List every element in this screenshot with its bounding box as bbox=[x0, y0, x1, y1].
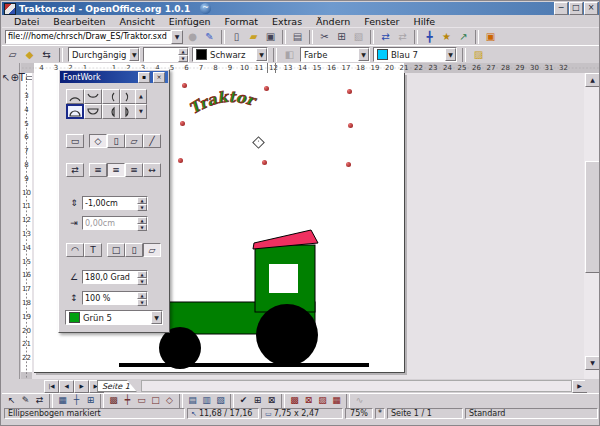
new-document-icon[interactable]: ▯ bbox=[229, 30, 244, 44]
menu-bearbeiten[interactable]: Bearbeiten bbox=[46, 16, 112, 27]
large-handles-icon[interactable]: ⊠ bbox=[265, 395, 278, 407]
shadow-angle-input[interactable] bbox=[83, 271, 137, 283]
next-page-button[interactable]: ▶ bbox=[74, 380, 89, 393]
snap-points-icon[interactable]: ◇ bbox=[163, 395, 176, 407]
close-button[interactable]: × bbox=[584, 2, 598, 15]
no-shadow[interactable]: □ bbox=[107, 243, 125, 257]
fontwork-dialog-titlebar[interactable]: FontWork ▪ × bbox=[60, 71, 168, 83]
maximize-button[interactable]: □ bbox=[569, 2, 583, 15]
snap-grid-icon[interactable]: ▩ bbox=[107, 395, 120, 407]
fill-type-combo[interactable]: Farbe ▼ bbox=[300, 47, 370, 62]
selection-handle[interactable] bbox=[262, 160, 267, 165]
navigator-icon[interactable]: ╋ bbox=[422, 30, 437, 44]
show-snap-lines-icon[interactable]: ┼ bbox=[70, 395, 83, 407]
dock-icon[interactable]: ▪ bbox=[138, 72, 150, 83]
chevron-down-icon[interactable]: ▼ bbox=[151, 311, 162, 324]
tractor-rear-wheel[interactable] bbox=[256, 304, 318, 366]
selection-handle[interactable] bbox=[264, 86, 269, 91]
fontwork-shape-lower-arc[interactable] bbox=[84, 89, 102, 104]
show-grid-icon[interactable]: ▦ bbox=[56, 395, 69, 407]
selection-handle[interactable] bbox=[180, 121, 185, 126]
scroll-up-button[interactable]: ▲ bbox=[585, 73, 600, 87]
line-style-combo[interactable]: Durchgängig ▼ bbox=[68, 47, 140, 62]
close-icon[interactable]: × bbox=[153, 72, 165, 83]
contour-outline[interactable]: ◠ bbox=[66, 243, 84, 257]
zoom-field[interactable]: 75% bbox=[345, 408, 373, 419]
selection-handle[interactable] bbox=[346, 162, 351, 167]
autosize-text[interactable]: ↔ bbox=[143, 163, 161, 177]
horizontal-scroll-thumb[interactable] bbox=[143, 382, 536, 391]
scroll-down-button[interactable]: ▼ bbox=[585, 356, 600, 370]
selection-handle[interactable] bbox=[182, 83, 187, 88]
fontwork-object[interactable]: Traktor bbox=[189, 81, 275, 127]
shadow-size-field[interactable]: ▲▼ bbox=[82, 291, 148, 305]
shadow-color-combo[interactable]: Grün 5 ▼ bbox=[65, 310, 163, 325]
rotate-mode-icon[interactable]: ✎ bbox=[19, 395, 32, 407]
glue-points-icon[interactable]: ⇄ bbox=[33, 395, 46, 407]
align-left[interactable]: ≡ bbox=[89, 163, 107, 177]
double-click-text-icon[interactable]: ▧ bbox=[214, 395, 227, 407]
menu-fenster[interactable]: Fenster bbox=[357, 16, 406, 27]
fontwork-shape-upper-semicircle[interactable] bbox=[66, 104, 84, 119]
fontwork-shape-lower-semicircle[interactable] bbox=[84, 104, 102, 119]
distance-field[interactable]: ▲▼ bbox=[82, 196, 148, 210]
picture-placeholder-icon[interactable]: ▩ bbox=[288, 395, 301, 407]
snap-lines-icon[interactable]: ┿ bbox=[121, 395, 134, 407]
stop-icon[interactable]: ● bbox=[185, 30, 200, 44]
fontwork-slant-horizontal[interactable]: ▱ bbox=[125, 134, 143, 148]
hyperlink-icon[interactable]: ↗ bbox=[456, 30, 471, 44]
shadow-size-input[interactable] bbox=[83, 292, 137, 304]
vertical-scroll-thumb[interactable] bbox=[585, 161, 600, 273]
line-contour-icon[interactable]: ▦ bbox=[330, 395, 343, 407]
menu-hilfe[interactable]: Hilfe bbox=[407, 16, 443, 27]
text-placeholder-icon[interactable]: ▨ bbox=[316, 395, 329, 407]
chevron-down-icon[interactable]: ▼ bbox=[129, 48, 139, 61]
page-style-field[interactable]: Standard bbox=[465, 408, 598, 419]
menu-ansicht[interactable]: Ansicht bbox=[113, 16, 162, 27]
line-width-spinner[interactable]: ▲▼ bbox=[143, 47, 189, 62]
shape-scroll-down[interactable]: ▼ bbox=[135, 104, 147, 119]
undo-icon[interactable]: ⇄ bbox=[378, 30, 393, 44]
tractor-front-wheel[interactable] bbox=[159, 327, 201, 369]
chevron-down-icon[interactable]: ▼ bbox=[358, 48, 369, 61]
edit-points-icon[interactable]: ▱ bbox=[5, 48, 20, 62]
zoom-tool[interactable]: ⊕ bbox=[10, 72, 18, 83]
minimize-button[interactable]: − bbox=[554, 2, 568, 15]
shape-scroll-up[interactable]: ▲ bbox=[135, 89, 147, 104]
selection-handle[interactable] bbox=[347, 89, 352, 94]
simple-handles-icon[interactable]: ⊞ bbox=[251, 395, 264, 407]
quick-edit-icon[interactable]: ▤ bbox=[186, 395, 199, 407]
slant-shadow[interactable]: ▱ bbox=[143, 243, 161, 257]
open-document-icon[interactable]: ▰ bbox=[246, 30, 261, 44]
first-page-button[interactable]: |◀ bbox=[44, 380, 59, 393]
copy-icon[interactable]: ⊞ bbox=[334, 30, 349, 44]
menu-format[interactable]: Format bbox=[218, 16, 265, 27]
cut-icon[interactable]: ✂ bbox=[317, 30, 332, 44]
edit-mode-icon[interactable]: ↖ bbox=[5, 395, 18, 407]
chevron-down-icon[interactable]: ▼ bbox=[256, 48, 267, 61]
horizontal-scrollbar[interactable] bbox=[141, 380, 572, 392]
snap-border-icon[interactable]: □ bbox=[149, 395, 162, 407]
ground-line[interactable] bbox=[119, 363, 369, 367]
gallery-icon[interactable]: ▣ bbox=[483, 30, 498, 44]
chevron-down-icon[interactable]: ▼ bbox=[445, 48, 456, 61]
vertical-scrollbar[interactable]: ▲ ▼ bbox=[584, 73, 599, 379]
page-tab[interactable]: Seite 1 bbox=[97, 380, 137, 392]
paste-icon[interactable]: ▧ bbox=[351, 30, 366, 44]
selection-handle[interactable] bbox=[348, 123, 353, 128]
fontwork-text[interactable]: Traktor bbox=[189, 88, 260, 118]
fontwork-rotate[interactable]: ◇ bbox=[89, 134, 107, 148]
line-color-combo[interactable]: Schwarz ▼ bbox=[192, 47, 268, 62]
title-bar[interactable]: Traktor.sxd - OpenOffice.org 1.0.1 ~ − □… bbox=[2, 2, 600, 15]
text-area-select-icon[interactable]: ▥ bbox=[200, 395, 213, 407]
arrow-ends-icon[interactable]: ⇆ bbox=[39, 48, 54, 62]
fontwork-shape-left-semicircle[interactable] bbox=[102, 104, 120, 119]
previous-page-button[interactable]: ◀ bbox=[59, 380, 74, 393]
distance-input[interactable] bbox=[83, 197, 137, 209]
spinner-buttons[interactable]: ▲▼ bbox=[137, 271, 147, 283]
menu-einfugen[interactable]: Einfügen bbox=[162, 16, 218, 27]
fontwork-orientation[interactable]: ⇄ bbox=[66, 163, 84, 177]
letter-contour[interactable]: T bbox=[84, 243, 102, 257]
align-center[interactable]: ≡ bbox=[107, 163, 125, 177]
save-document-icon[interactable]: ▣ bbox=[263, 30, 278, 44]
